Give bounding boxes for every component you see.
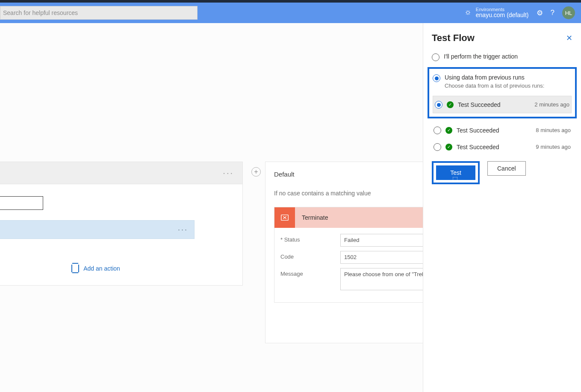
close-icon[interactable]: ✕ [566,33,572,43]
search-input[interactable]: Search for helpful resources [0,6,198,20]
more-icon[interactable]: ··· [178,225,188,234]
radio-icon[interactable] [432,53,439,61]
gear-icon[interactable]: ⚙ [537,9,543,18]
cancel-button-label: Cancel [497,165,516,172]
case-value-input[interactable] [0,196,43,210]
more-icon[interactable]: ··· [223,168,234,178]
code-label: Code [280,251,340,260]
switch-case-card[interactable]: ··· e a card ··· Add an action [0,162,243,286]
run-status-label: Test Succeeded [457,144,531,150]
add-action-button[interactable]: Add an action [0,265,232,272]
add-case-button[interactable]: + [251,167,261,177]
terminate-icon [274,207,295,228]
help-icon[interactable]: ? [551,9,554,17]
option-previous-highlight: Using data from previous runs Choose dat… [428,67,577,118]
environment-selector[interactable]: ⛭ Environments enayu.com (default) [465,7,529,18]
terminate-label: Terminate [302,214,328,221]
avatar[interactable]: HL [562,6,575,19]
add-action-icon [71,265,79,272]
status-label: * Status [280,234,340,243]
trello-action-label: e a card [0,226,178,233]
run-item[interactable]: ✓ Test Succeeded 9 minutes ago [432,139,572,155]
search-placeholder: Search for helpful resources [3,9,78,16]
environment-label: Environments [476,7,529,12]
run-time-label: 8 minutes ago [536,127,571,133]
avatar-initials: HL [565,10,572,16]
test-button[interactable]: Test ⬚ [436,165,475,180]
success-icon: ✓ [445,144,452,150]
environment-name: enayu.com (default) [476,12,529,18]
option-previous-subnote: Choose data from a list of previous runs… [445,83,544,89]
radio-icon[interactable] [434,143,441,151]
run-status-label: Test Succeeded [458,101,530,108]
case-card-header: ··· [0,162,242,184]
add-action-label: Add an action [83,265,120,272]
radio-icon[interactable] [435,101,442,109]
radio-icon[interactable] [433,74,440,82]
flow-canvas[interactable]: ··· e a card ··· Add an action + Default… [0,23,410,392]
run-time-label: 2 minutes ago [534,101,569,108]
option-previous[interactable]: Using data from previous runs Choose dat… [433,72,572,91]
app-header: Search for helpful resources ⛭ Environme… [0,3,581,23]
success-icon: ✓ [445,127,452,134]
panel-title: Test Flow [432,32,475,44]
cursor-icon: ⬚ [452,175,458,182]
option-manual-label: I'll perform the trigger action [444,53,518,60]
test-button-highlight: Test ⬚ [432,161,480,184]
success-icon: ✓ [447,101,454,108]
radio-icon[interactable] [434,127,441,134]
cancel-button[interactable]: Cancel [487,161,526,176]
message-label: Message [280,268,340,277]
environment-icon: ⛭ [465,9,472,17]
run-time-label: 9 minutes ago [536,144,571,150]
run-item[interactable]: ✓ Test Succeeded 8 minutes ago [432,122,572,139]
option-previous-label: Using data from previous runs [445,74,544,81]
option-manual[interactable]: I'll perform the trigger action [432,51,572,63]
run-item[interactable]: ✓ Test Succeeded 2 minutes ago [433,96,572,113]
run-status-label: Test Succeeded [457,127,531,134]
trello-action-row[interactable]: e a card ··· [0,220,195,239]
test-flow-panel: Test Flow ✕ I'll perform the trigger act… [423,23,581,392]
test-button-label: Test [450,169,461,176]
